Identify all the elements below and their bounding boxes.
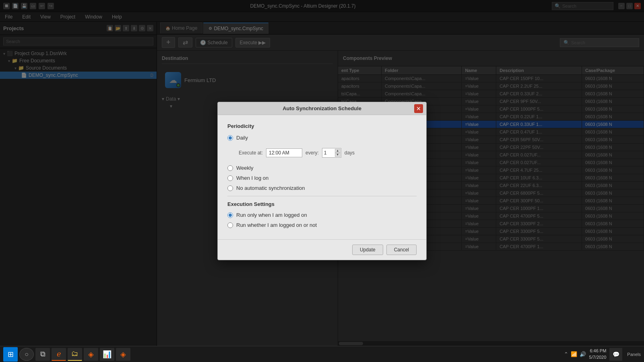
- radio-logged-on[interactable]: Run only when I am logged on: [227, 212, 417, 218]
- taskbar-icon-altium2[interactable]: ◈: [116, 348, 130, 361]
- spin-arrows: ▲ ▼: [334, 148, 341, 157]
- radio-logon-input[interactable]: [227, 175, 233, 181]
- tray-icon-speaker[interactable]: 🔊: [580, 351, 586, 357]
- radio-weekly-input[interactable]: [227, 165, 233, 171]
- periodicity-section-title: Periodicity: [227, 123, 417, 129]
- taskbar-search[interactable]: ○: [19, 348, 34, 361]
- panels-taskbar-label[interactable]: Panels: [627, 352, 641, 357]
- radio-daily-label: Daily: [236, 135, 248, 141]
- every-spin-input[interactable]: [322, 149, 334, 157]
- modal-header: Auto Synchronization Schedule ✕: [218, 102, 426, 115]
- taskbar-icon-altium[interactable]: ◈: [84, 348, 98, 361]
- taskbar-icon-excel[interactable]: 📊: [100, 348, 114, 361]
- radio-no-sync-input[interactable]: [227, 185, 233, 191]
- modal-title: Auto Synchronization Schedule: [283, 105, 361, 111]
- every-label: every:: [305, 150, 319, 156]
- radio-daily[interactable]: Daily: [227, 135, 417, 141]
- modal-body: Periodicity Daily Execute at: every: ▲ ▼: [218, 115, 426, 239]
- radio-always-label: Run whether I am logged on or not: [236, 222, 317, 228]
- auto-sync-modal: Auto Synchronization Schedule ✕ Periodic…: [217, 102, 427, 260]
- days-label: days: [345, 150, 355, 156]
- execution-radio-group: Run only when I am logged on Run whether…: [227, 212, 417, 228]
- execution-section-title: Execution Settings: [227, 201, 417, 207]
- execute-at-row: Execute at: every: ▲ ▼ days: [239, 148, 417, 158]
- clock-date: 5/7/2020: [589, 354, 607, 360]
- spin-down-arrow[interactable]: ▼: [335, 153, 341, 157]
- update-button[interactable]: Update: [352, 245, 383, 255]
- radio-logged-on-label: Run only when I am logged on: [236, 212, 307, 218]
- execute-at-input[interactable]: [266, 148, 302, 157]
- start-button[interactable]: ⊞: [3, 347, 18, 362]
- every-spin[interactable]: ▲ ▼: [322, 148, 341, 158]
- taskbar-icon-files[interactable]: 🗂: [68, 348, 82, 361]
- tray-icons: ⌃ 📶 🔊: [564, 351, 586, 357]
- taskbar: ⊞ ○ ⧉ ℯ 🗂 ◈ 📊 ◈ ⌃ 📶 🔊 6:46 PM 5/7/2020 💬…: [0, 346, 644, 362]
- taskbar-time[interactable]: 6:46 PM 5/7/2020: [589, 348, 607, 360]
- modal-overlay: Auto Synchronization Schedule ✕ Periodic…: [0, 0, 644, 362]
- modal-divider: [227, 196, 417, 196]
- radio-weekly-label: Weekly: [236, 165, 253, 171]
- periodicity-radio-group: Daily Execute at: every: ▲ ▼ days: [227, 135, 417, 191]
- radio-no-sync[interactable]: No automatic synchronization: [227, 185, 417, 191]
- radio-always[interactable]: Run whether I am logged on or not: [227, 222, 417, 228]
- radio-logon[interactable]: When I log on: [227, 175, 417, 181]
- execute-at-label: Execute at:: [239, 150, 263, 156]
- radio-logged-on-input[interactable]: [227, 212, 233, 218]
- modal-close-button[interactable]: ✕: [414, 104, 423, 113]
- taskbar-icon-edge[interactable]: ℯ: [52, 348, 66, 361]
- radio-weekly[interactable]: Weekly: [227, 165, 417, 171]
- radio-logon-label: When I log on: [236, 175, 268, 181]
- taskbar-icon-task-view[interactable]: ⧉: [35, 348, 50, 361]
- taskbar-tray: ⌃ 📶 🔊 6:46 PM 5/7/2020 💬: [564, 348, 623, 361]
- spin-up-arrow[interactable]: ▲: [335, 149, 341, 153]
- tray-up-arrow[interactable]: ⌃: [564, 351, 568, 357]
- radio-no-sync-label: No automatic synchronization: [236, 185, 305, 191]
- cancel-button[interactable]: Cancel: [386, 245, 417, 255]
- notification-button[interactable]: 💬: [609, 348, 622, 361]
- modal-footer: Update Cancel: [218, 239, 426, 260]
- clock-time: 6:46 PM: [589, 348, 607, 354]
- radio-always-input[interactable]: [227, 222, 233, 228]
- tray-icon-network[interactable]: 📶: [571, 351, 577, 357]
- radio-daily-input[interactable]: [227, 135, 233, 141]
